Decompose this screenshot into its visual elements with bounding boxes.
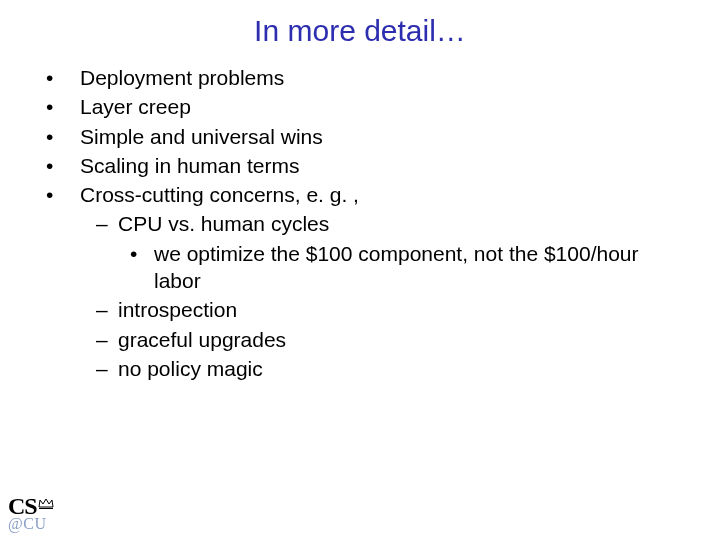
bullet-text: Scaling in human terms [80, 152, 690, 179]
slide-content: • Deployment problems • Layer creep • Si… [46, 64, 690, 382]
bullet-dash-icon: – [96, 296, 118, 323]
bullet-dash-icon: – [96, 355, 118, 382]
bullet-dot-icon: • [46, 152, 80, 179]
bullet-dot-icon: • [46, 93, 80, 120]
bullet-text: no policy magic [118, 355, 690, 382]
bullet-text: Deployment problems [80, 64, 690, 91]
bullet-item: • Deployment problems [46, 64, 690, 91]
bullet-item: • Layer creep [46, 93, 690, 120]
sub-sub-bullet-item: • we optimize the $100 component, not th… [130, 240, 690, 295]
sub-bullet-item: – no policy magic [96, 355, 690, 382]
slide-title: In more detail… [0, 0, 720, 48]
bullet-item: • Simple and universal wins [46, 123, 690, 150]
bullet-dash-icon: – [96, 326, 118, 353]
bullet-dot-icon: • [46, 64, 80, 91]
sub-bullet-item: – graceful upgrades [96, 326, 690, 353]
bullet-item: • Cross-cutting concerns, e. g. , [46, 181, 690, 208]
bullet-text: Simple and universal wins [80, 123, 690, 150]
crown-icon [38, 496, 54, 513]
bullet-text: Cross-cutting concerns, e. g. , [80, 181, 690, 208]
slide: In more detail… • Deployment problems • … [0, 0, 720, 540]
bullet-dot-icon: • [130, 240, 154, 267]
bullet-item: • Scaling in human terms [46, 152, 690, 179]
bullet-text: Layer creep [80, 93, 690, 120]
sub-bullet-item: – introspection [96, 296, 690, 323]
bullet-dot-icon: • [46, 181, 80, 208]
logo: CS @CU [8, 494, 54, 532]
sub-bullet-item: – CPU vs. human cycles [96, 210, 690, 237]
bullet-text: graceful upgrades [118, 326, 690, 353]
bullet-text: CPU vs. human cycles [118, 210, 690, 237]
logo-cu-text: @CU [8, 516, 54, 532]
bullet-dot-icon: • [46, 123, 80, 150]
bullet-text: introspection [118, 296, 690, 323]
bullet-text: we optimize the $100 component, not the … [154, 240, 690, 295]
bullet-dash-icon: – [96, 210, 118, 237]
